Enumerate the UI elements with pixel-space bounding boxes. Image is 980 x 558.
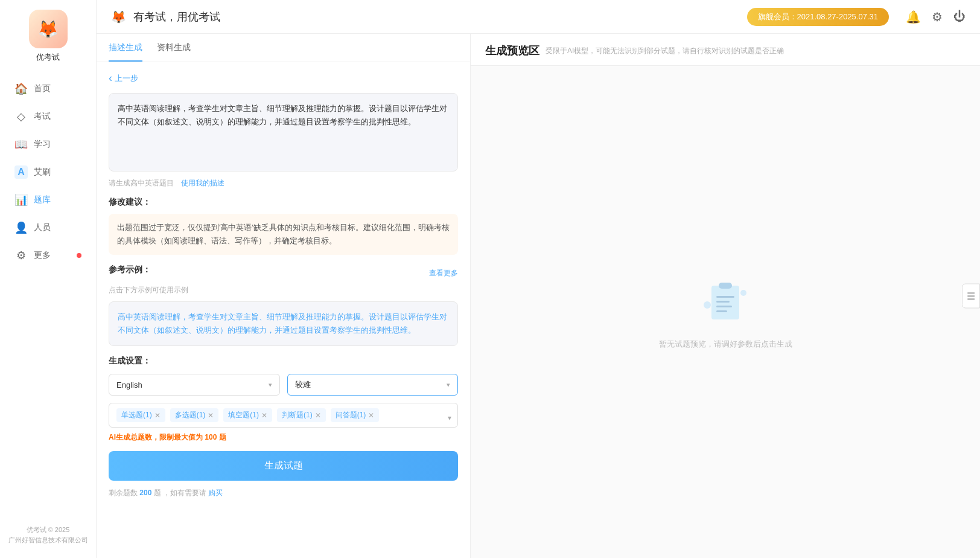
sidebar: 🦊 优考试 🏠 首页 ◇ 考试 📖 学习 A 艾刷 📊 题库 👤 人员 ⚙ 更多… <box>0 0 97 558</box>
questionbank-icon: 📊 <box>14 193 28 207</box>
buy-link[interactable]: 购买 <box>208 489 223 497</box>
notification-dot <box>77 253 81 258</box>
tag-close-multi[interactable]: ✕ <box>208 411 214 420</box>
sidebar-tool-button[interactable]: ☰ <box>962 284 980 309</box>
study-icon: 📖 <box>14 138 28 151</box>
preview-notice: 受限于AI模型，可能无法识别到部分试题，请自行核对识别的试题是否正确 <box>546 46 784 56</box>
home-icon: 🏠 <box>14 82 28 95</box>
sidebar-item-label: 艾刷 <box>34 167 51 178</box>
sidebar-item-label: 更多 <box>34 250 51 261</box>
exam-icon: ◇ <box>14 110 28 123</box>
description-textarea[interactable] <box>109 93 458 172</box>
app-logo: 🦊 <box>29 10 68 48</box>
view-more-link[interactable]: 查看更多 <box>429 268 458 278</box>
preview-title: 生成预览区 <box>485 43 539 58</box>
language-value: English <box>116 380 142 390</box>
content-area: 描述生成 资料生成 上一步 请生成高中英语题目 使用我的描述 修改建议： 出题范… <box>97 34 980 558</box>
tag-qa[interactable]: 问答题(1) ✕ <box>331 408 380 422</box>
sidebar-item-aishui[interactable]: A 艾刷 <box>0 158 96 186</box>
difficulty-select[interactable]: 较难 ▾ <box>287 374 459 396</box>
hint-row: 请生成高中英语题目 使用我的描述 <box>109 178 458 188</box>
right-panel: 生成预览区 受限于AI模型，可能无法识别到部分试题，请自行核对识别的试题是否正确 <box>471 34 980 558</box>
tag-close-single[interactable]: ✕ <box>154 411 161 420</box>
sidebar-item-study[interactable]: 📖 学习 <box>0 130 96 158</box>
question-tags-box: 单选题(1) ✕ 多选题(1) ✕ 填空题(1) ✕ 判断题(1) ✕ <box>109 403 458 428</box>
tab-bar: 描述生成 资料生成 <box>97 34 470 62</box>
example-content: 高中英语阅读理解，考查学生对文章主旨、细节理解及推理能力的掌握。设计题目以评估学… <box>118 312 447 335</box>
footer-remaining: 剩余题数 200 题 ，如有需要请 购买 <box>109 488 458 498</box>
sidebar-item-label: 学习 <box>34 139 51 150</box>
tag-judgment[interactable]: 判断题(1) ✕ <box>277 408 326 422</box>
example-card[interactable]: 高中英语阅读理解，考查学生对文章主旨、细节理解及推理能力的掌握。设计题目以评估学… <box>109 301 458 346</box>
sidebar-item-label: 首页 <box>34 83 51 94</box>
example-header: 参考示例： 查看更多 <box>109 265 458 281</box>
generate-button[interactable]: 生成试题 <box>109 451 458 481</box>
difficulty-dropdown-icon: ▾ <box>447 381 450 389</box>
sidebar-tool-icon: ☰ <box>967 291 975 301</box>
back-button[interactable]: 上一步 <box>109 72 458 85</box>
power-icon[interactable]: ⏻ <box>953 10 966 24</box>
topbar-icons: 🔔 ⚙ ⏻ <box>906 10 966 24</box>
sidebar-item-more[interactable]: ⚙ 更多 <box>0 242 96 269</box>
ai-limit-num: 100 <box>205 433 217 441</box>
example-hint: 点击下方示例可使用示例 <box>109 285 458 295</box>
sidebar-item-home[interactable]: 🏠 首页 <box>0 75 96 103</box>
tab-describe[interactable]: 描述生成 <box>109 34 142 62</box>
app-name: 优考试 <box>36 52 60 63</box>
empty-illustration <box>698 275 752 329</box>
sidebar-footer: 优考试 © 2025 广州好智信息技术有限公司 <box>8 525 88 546</box>
notification-icon[interactable]: 🔔 <box>906 10 921 24</box>
main-area: 🦊 有考试，用优考试 旗舰会员：2021.08.27-2025.07.31 🔔 … <box>97 0 980 558</box>
tag-close-judgment[interactable]: ✕ <box>315 411 321 420</box>
tag-fill-blank[interactable]: 填空题(1) ✕ <box>223 408 272 422</box>
example-title: 参考示例： <box>109 265 151 275</box>
remaining-count: 200 <box>139 489 151 497</box>
tag-close-qa[interactable]: ✕ <box>368 411 374 420</box>
use-my-description-link[interactable]: 使用我的描述 <box>181 178 224 188</box>
suggestion-content: 出题范围过于宽泛，仅仅提到'高中英语'缺乏具体的知识点和考核目标。建议细化范围，… <box>109 214 458 255</box>
hint-text: 请生成高中英语题目 <box>109 178 174 188</box>
empty-hint-text: 暂无试题预览，请调好参数后点击生成 <box>659 339 792 350</box>
tags-expand-icon[interactable]: ▾ <box>448 414 451 422</box>
tab-material[interactable]: 资料生成 <box>157 34 191 62</box>
svg-point-0 <box>704 301 711 309</box>
more-icon: ⚙ <box>14 249 28 262</box>
svg-rect-5 <box>716 296 734 298</box>
language-dropdown-icon: ▾ <box>269 381 272 389</box>
people-icon: 👤 <box>14 221 28 234</box>
topbar-title: 有考试，用优考试 <box>133 10 740 24</box>
preview-body: 暂无试题预览，请调好参数后点击生成 <box>471 66 980 558</box>
sidebar-item-questionbank[interactable]: 📊 题库 <box>0 186 96 214</box>
settings-icon[interactable]: ⚙ <box>932 10 943 24</box>
tag-single-choice[interactable]: 单选题(1) ✕ <box>116 408 165 422</box>
preview-title-row: 生成预览区 受限于AI模型，可能无法识别到部分试题，请自行核对识别的试题是否正确 <box>485 43 966 58</box>
language-select[interactable]: English ▾ <box>109 374 280 396</box>
svg-rect-4 <box>719 283 732 289</box>
svg-rect-8 <box>716 310 727 312</box>
settings-title: 生成设置： <box>109 356 458 367</box>
sidebar-item-exam[interactable]: ◇ 考试 <box>0 103 96 130</box>
sidebar-item-label: 人员 <box>34 222 51 233</box>
empty-svg <box>698 275 752 329</box>
tag-close-fill[interactable]: ✕ <box>261 411 267 420</box>
panel-body: 上一步 请生成高中英语题目 使用我的描述 修改建议： 出题范围过于宽泛，仅仅提到… <box>97 62 470 558</box>
topbar: 🦊 有考试，用优考试 旗舰会员：2021.08.27-2025.07.31 🔔 … <box>97 0 980 34</box>
aishui-icon: A <box>14 165 28 179</box>
svg-point-1 <box>740 290 746 296</box>
difficulty-value: 较难 <box>295 379 311 390</box>
ai-limit-text: AI生成总题数，限制最大值为 100 题 <box>109 432 458 443</box>
left-panel: 描述生成 资料生成 上一步 请生成高中英语题目 使用我的描述 修改建议： 出题范… <box>97 34 471 558</box>
sidebar-item-label: 题库 <box>34 194 51 205</box>
suggestion-title: 修改建议： <box>109 197 458 208</box>
settings-row: English ▾ 较难 ▾ <box>109 374 458 396</box>
svg-rect-6 <box>716 301 730 303</box>
topbar-logo-icon: 🦊 <box>111 10 126 24</box>
svg-rect-7 <box>716 306 732 307</box>
sidebar-item-people[interactable]: 👤 人员 <box>0 214 96 242</box>
preview-header: 生成预览区 受限于AI模型，可能无法识别到部分试题，请自行核对识别的试题是否正确 <box>471 34 980 66</box>
tag-multi-choice[interactable]: 多选题(1) ✕ <box>170 408 219 422</box>
vip-badge[interactable]: 旗舰会员：2021.08.27-2025.07.31 <box>747 8 889 26</box>
sidebar-item-label: 考试 <box>34 111 51 122</box>
